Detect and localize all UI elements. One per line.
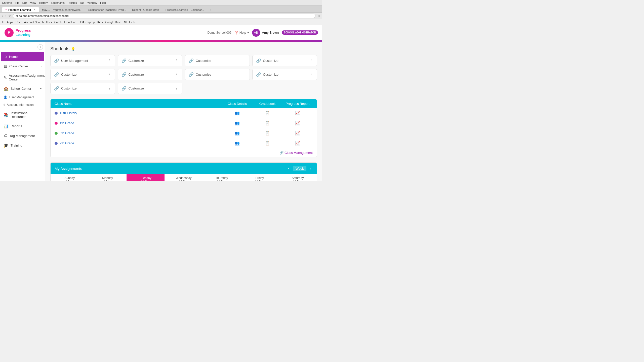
col-class-details: Class Details [222,102,252,106]
bookmark-kids[interactable]: Kids [97,21,103,24]
shortcut-user-management[interactable]: 🔗 User Management ⋮ [50,55,115,66]
bookmark-neuber[interactable]: NEUBER [124,21,136,24]
shortcut-dots-2[interactable]: ⋮ [242,58,246,63]
table-header: Class Name Class Details Gradebook Progr… [51,99,317,108]
link-icon-2: 🔗 [189,58,194,63]
shortcut-dots-3[interactable]: ⋮ [309,58,313,63]
week-label: Week [293,166,306,171]
progress-report-icon-0[interactable]: 📈 [295,111,300,115]
link-icon-6: 🔗 [189,72,194,77]
bookmark-uber[interactable]: Uber [16,21,22,24]
shortcut-card-7[interactable]: 🔗 Customize ⋮ [252,69,317,80]
gradebook-icon-3[interactable]: 📋 [265,141,270,146]
shortcut-card-6[interactable]: 🔗 Customize ⋮ [185,69,250,80]
shortcut-card-8[interactable]: 🔗 Customize ⋮ [50,83,115,94]
menu-help[interactable]: Help [100,1,106,4]
table-row: 10th History 👥 📋 📈 [51,108,317,118]
forward-button[interactable]: › [5,14,7,18]
class-center-icon: ▦ [4,64,7,69]
bookmark-apps[interactable]: Apps [7,21,13,24]
collapse-button[interactable]: ‹ [37,44,43,50]
week-next-button[interactable]: › [308,166,313,171]
apps-grid-icon[interactable]: ⊞ [2,20,4,24]
tab-calendar[interactable]: Progress Learning - Calendar... [163,7,207,12]
sidebar-item-school-center[interactable]: 🏫 School Center ▾ [0,84,45,94]
week-prev-button[interactable]: ‹ [287,166,291,171]
shortcut-card-3[interactable]: 🔗 Customize ⋮ [252,55,317,66]
table-footer: 🔗 Class Management [51,148,317,157]
table-row: 6th Grade 👥 📋 📈 [51,128,317,138]
sidebar-item-assessment[interactable]: ✎ Assessment/Assignment Center [0,71,45,84]
bookmark-google-drive[interactable]: Google Drive [105,21,121,24]
svg-text:P: P [8,30,11,35]
bookmark-user-search[interactable]: User Search [46,21,62,24]
shortcut-dots-1[interactable]: ⋮ [175,58,179,63]
shortcut-card-2[interactable]: 🔗 Customize ⋮ [185,55,250,66]
menu-bookmarks[interactable]: Bookmarks [51,1,65,4]
shortcut-dots-6[interactable]: ⋮ [242,72,246,77]
menu-window[interactable]: Window [87,1,97,4]
class-details-icon-2[interactable]: 👥 [235,131,240,135]
tab-solutions[interactable]: Solutions for Teachers | Prog... [85,7,129,12]
bookmark-usatestprep[interactable]: USATestprep [79,21,95,24]
help-button[interactable]: ❓ Help ▾ [234,31,249,34]
menu-history[interactable]: History [39,1,48,4]
url-input[interactable]: pl-qa-app.progresslearning.com/dashboard [13,14,315,18]
menu-file[interactable]: File [15,1,19,4]
class-link-9th-grade[interactable]: 9th Grade [60,141,74,145]
progress-report-icon-2[interactable]: 📈 [295,131,300,135]
day-header-tuesday: Tuesday 10 May [127,174,165,181]
shortcut-dots-0[interactable]: ⋮ [107,58,111,63]
sidebar-item-training[interactable]: 🎓 Training [0,141,45,150]
assignments-title: My Assignments [55,166,82,171]
gradebook-icon-0[interactable]: 📋 [265,111,270,115]
sidebar-item-tag-management[interactable]: 🏷 Tag Management [0,131,45,141]
back-button[interactable]: ‹ [2,14,3,18]
link-icon-1: 🔗 [122,58,127,63]
tab-may10[interactable]: May10_ProgressLearningWebi... [39,7,85,12]
tab-google-drive[interactable]: Recent - Google Drive [129,7,163,12]
main-content: Shortcuts 💡 🔗 User Management ⋮ 🔗 Custom… [45,42,322,181]
browser-menu-bar: Chrome File Edit View History Bookmarks … [0,0,322,6]
extensions-button[interactable]: ⊞ [317,14,320,18]
gradebook-icon-2[interactable]: 📋 [265,131,270,135]
tab-progress-learning[interactable]: ● Progress Learning ✕ [2,7,39,12]
sidebar-item-account-information[interactable]: ℹ Account Information [0,101,45,109]
class-link-4th-grade[interactable]: 4th Grade [60,121,74,125]
shortcut-card-4[interactable]: 🔗 Customize ⋮ [50,69,115,80]
shortcuts-info-icon: 💡 [71,47,75,51]
shortcut-dots-7[interactable]: ⋮ [309,72,313,77]
shortcut-card-5[interactable]: 🔗 Customize ⋮ [118,69,183,80]
shortcut-dots-4[interactable]: ⋮ [107,72,111,77]
sidebar-item-class-center[interactable]: ▦ Class Center › [0,61,45,71]
shortcut-card-1[interactable]: 🔗 Customize ⋮ [118,55,183,66]
sidebar-item-reports[interactable]: 📊 Reports [0,121,45,131]
sidebar-item-user-management[interactable]: 👤 User Management [0,94,45,101]
class-details-icon-1[interactable]: 👥 [235,121,240,125]
class-details-icon-0[interactable]: 👥 [235,111,240,115]
menu-tab[interactable]: Tab [80,1,84,4]
shortcut-dots-8[interactable]: ⋮ [107,86,111,91]
school-center-arrow-icon: ▾ [40,87,42,90]
gradebook-icon-1[interactable]: 📋 [265,121,270,125]
bookmark-front-end[interactable]: Front End [64,21,76,24]
class-link-10th-history[interactable]: 10th History [60,111,77,115]
shortcut-card-9[interactable]: 🔗 Customize ⋮ [118,83,183,94]
progress-report-icon-3[interactable]: 📈 [295,141,300,146]
menu-edit[interactable]: Edit [22,1,27,4]
menu-profiles[interactable]: Profiles [68,1,77,4]
menu-chrome[interactable]: Chrome [2,1,12,4]
bookmark-account-search[interactable]: Account Search [24,21,44,24]
shortcut-dots-9[interactable]: ⋮ [175,86,179,91]
class-link-6th-grade[interactable]: 6th Grade [60,131,74,135]
sidebar-item-home[interactable]: ⌂ Home [1,52,44,61]
progress-report-icon-1[interactable]: 📈 [295,121,300,125]
new-tab-button[interactable]: + [207,7,215,12]
class-details-icon-3[interactable]: 👥 [235,141,240,146]
class-management-link[interactable]: 🔗 Class Management [279,151,313,155]
reload-button[interactable]: ↻ [8,14,11,18]
sidebar-item-instructional[interactable]: 📚 Instructional Resources [0,109,45,121]
menu-view[interactable]: View [30,1,36,4]
school-admin-badge: SCHOOL ADMINISTRATOR [282,30,318,35]
shortcut-dots-5[interactable]: ⋮ [175,72,179,77]
